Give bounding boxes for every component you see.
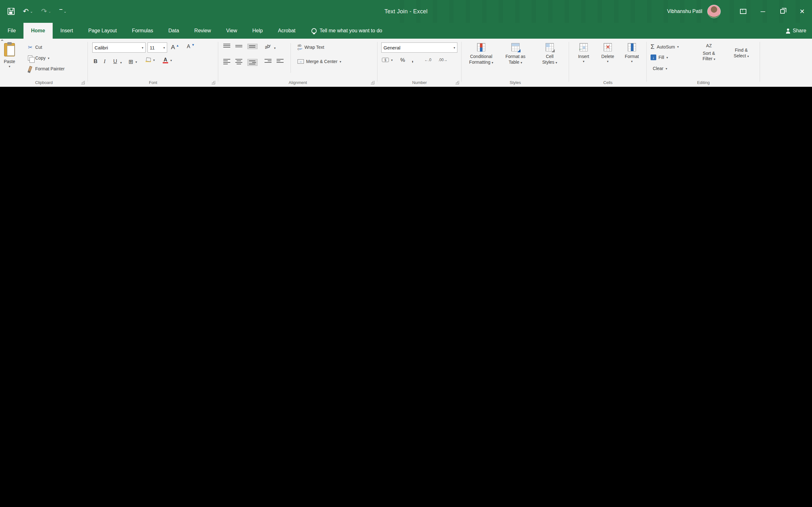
row-header-9[interactable]: 9 (0, 412, 812, 418)
cell-F2[interactable]: Location▼ (0, 87, 54, 93)
cell-I9[interactable]: AJ1095, Rahul, Avadh Bihari, Store Keepe… (0, 458, 303, 463)
number-dialog-launcher-icon[interactable] (455, 81, 459, 84)
cell-I8[interactable]: AJ1074, Luxmi Devi, Sombir, Accountant, … (0, 406, 303, 412)
cell-A8[interactable]: AJ1074 (0, 366, 26, 372)
italic-button[interactable]: I (104, 58, 106, 65)
orientation-dropdown-icon[interactable]: ▾ (274, 46, 275, 50)
comma-style-button[interactable]: , (412, 56, 413, 63)
decrease-decimal-button[interactable]: .00→ (438, 58, 448, 62)
cell-E8[interactable]: Head Office (0, 389, 55, 395)
cell-A4[interactable]: AJ1025 (0, 161, 26, 167)
cell-I7[interactable]: AJ1060, Mehru Nisha, Alamgir, Senior Ass… (0, 355, 303, 360)
insert-cells-button[interactable]: ← Insert▾ (572, 43, 595, 63)
format-as-table-button[interactable]: Format as Table ▾ (499, 43, 532, 65)
cell-C9[interactable]: Avadh Bihari (0, 429, 74, 435)
tab-insert[interactable]: Insert (53, 23, 81, 39)
cell-F10[interactable]: DIL-11 (0, 498, 54, 503)
tab-file[interactable]: File (0, 23, 23, 39)
cell-E6[interactable]: Consumer Division (0, 286, 55, 292)
tab-page-layout[interactable]: Page Layout (81, 23, 124, 39)
cell-A3[interactable]: AJ1015 (0, 110, 26, 115)
cell-B10[interactable]: Ram Avatar Lalji (0, 475, 83, 481)
restore-button[interactable] (773, 0, 792, 23)
cell-D7[interactable]: Senior Assistant (0, 332, 69, 338)
align-top-button[interactable] (223, 44, 230, 48)
cell-I3[interactable]: AJ1015, Jogendra Singh, Amar Singh, Stor… (0, 150, 303, 155)
close-button[interactable]: ✕ (792, 0, 812, 23)
percent-style-button[interactable]: % (400, 57, 405, 63)
underline-dropdown-icon[interactable]: ▾ (120, 61, 122, 64)
delete-cells-button[interactable]: ✕ Delete▾ (596, 43, 619, 63)
row-header-3[interactable]: 3 (0, 104, 812, 110)
cell-I5[interactable]: AJ1030, Ankit Kumar, Ram Autar, Store Ke… (0, 252, 303, 258)
cell-F4[interactable]: DIL-14 (0, 189, 54, 195)
cell-B3[interactable]: Jogendra Singh (0, 115, 83, 121)
cell-A5[interactable]: AJ1030 (0, 212, 26, 218)
increase-font-button[interactable]: A▲ (171, 44, 179, 51)
align-right-button[interactable] (247, 59, 258, 66)
bold-button[interactable]: B (94, 58, 97, 65)
cell-C3[interactable]: Amar Singh (0, 121, 74, 127)
cell-E5[interactable]: Purchase Department (0, 235, 55, 241)
tab-home[interactable]: Home (23, 23, 53, 39)
account-name[interactable]: Vibhanshu Patil (667, 9, 702, 14)
cell-G6[interactable]: Haryana (0, 298, 75, 303)
decrease-indent-button[interactable] (264, 59, 271, 63)
cell-I4[interactable]: AJ1025, Avinash Kumar, Vishnu Prasad, Of… (0, 201, 303, 207)
conditional-formatting-button[interactable]: Conditional Formatting ▾ (465, 43, 498, 65)
cell-I2[interactable]: Joined Text (0, 98, 303, 104)
clipboard-dialog-launcher-icon[interactable] (81, 81, 85, 84)
decrease-font-button[interactable]: A▼ (187, 44, 195, 49)
cell-G10[interactable]: Faridabad (0, 503, 75, 507)
share-button[interactable]: Share (786, 23, 806, 39)
cell-B6[interactable]: Devendra Manjhi (0, 269, 83, 275)
font-size-select[interactable]: 11▾ (148, 43, 167, 53)
cell-C6[interactable]: Sawaliya Manjhi (0, 275, 74, 281)
paste-button[interactable]: Paste ▾ (4, 43, 15, 68)
cell-D5[interactable]: Store Keeper (0, 229, 69, 235)
cell-I6[interactable]: AJ1048, Devendra Manjhi, Sawaliya Manjhi… (0, 303, 303, 309)
font-dialog-launcher-icon[interactable] (212, 81, 215, 84)
font-name-select[interactable]: Calibri▾ (92, 43, 146, 53)
autosum-button[interactable]: ΣAutoSum ▾ (651, 43, 679, 50)
cell-E9[interactable]: Purchase Department (0, 441, 55, 446)
cell-C7[interactable]: Alamgir (0, 326, 74, 332)
accounting-format-button[interactable]: $▾ (382, 58, 393, 62)
underline-button[interactable]: U (113, 58, 117, 65)
cell-D8[interactable]: Accountant (0, 383, 69, 389)
filter-button-G[interactable]: ▼ (12, 93, 17, 98)
clear-button[interactable]: Clear ▾ (651, 66, 667, 71)
cell-E4[interactable]: Consumer Division (0, 184, 55, 189)
cell-B9[interactable]: Rahul (0, 424, 83, 429)
row-header-6[interactable]: 6 (0, 258, 812, 264)
merge-center-button[interactable]: ↔Merge & Center ▾ (298, 59, 341, 64)
cell-G2[interactable]: State▼ (0, 93, 75, 98)
row-header-4[interactable]: 4 (0, 155, 812, 161)
cell-F3[interactable]: DIL-27 (0, 138, 54, 144)
tell-me-box[interactable]: Tell me what you want to do (311, 23, 382, 39)
cell-B5[interactable]: Ankit Kumar (0, 218, 83, 224)
find-select-button[interactable]: Find & Select ▾ (725, 43, 757, 59)
format-cells-button[interactable]: Format▾ (620, 43, 643, 63)
alignment-dialog-launcher-icon[interactable] (371, 81, 374, 84)
increase-indent-button[interactable] (276, 59, 284, 63)
cell-B8[interactable]: Luxmi Devi (0, 372, 83, 378)
cell-F7[interactable]: DIL-23 (0, 343, 54, 349)
format-painter-button[interactable]: Format Painter (27, 66, 65, 72)
cell-G5[interactable]: Ghaziabad (0, 246, 75, 252)
row-header-7[interactable]: 7 (0, 309, 812, 315)
cell-F9[interactable]: DIL-20 (0, 446, 54, 452)
number-format-select[interactable]: General▾ (381, 43, 457, 53)
fill-color-button[interactable]: ▾ (146, 58, 155, 62)
copy-button[interactable]: Copy ▾ (27, 55, 49, 61)
row-header-8[interactable]: 8 (0, 360, 812, 366)
wrap-text-button[interactable]: abc↩Wrap Text (298, 44, 324, 51)
cell-D9[interactable]: Store Keeper (0, 435, 69, 441)
increase-decimal-button[interactable]: ←.0 (424, 58, 432, 62)
tab-help[interactable]: Help (245, 23, 270, 39)
cell-F5[interactable]: DIL-29 (0, 241, 54, 246)
orientation-button[interactable]: ab̷ (264, 43, 270, 50)
cell-E7[interactable]: Consumer Division (0, 338, 55, 343)
cell-A9[interactable]: AJ1095 (0, 418, 26, 424)
cell-F6[interactable]: DIL-19 (0, 292, 54, 298)
